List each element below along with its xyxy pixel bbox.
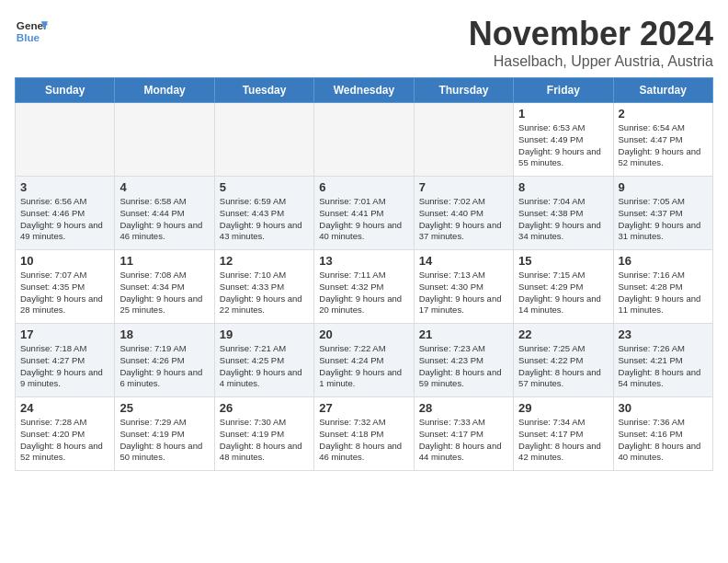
day-number: 20 <box>319 327 408 341</box>
calendar-cell: 5Sunrise: 6:59 AM Sunset: 4:43 PM Daylig… <box>214 177 313 250</box>
day-number: 26 <box>220 401 309 415</box>
calendar-week: 1Sunrise: 6:53 AM Sunset: 4:49 PM Daylig… <box>16 103 713 177</box>
calendar-cell: 14Sunrise: 7:13 AM Sunset: 4:30 PM Dayli… <box>414 250 513 324</box>
day-number: 18 <box>119 327 209 341</box>
calendar-cell <box>115 103 214 177</box>
calendar-cell <box>414 103 513 177</box>
cell-content: Sunrise: 7:08 AM Sunset: 4:34 PM Dayligh… <box>119 270 209 316</box>
cell-content: Sunrise: 7:21 AM Sunset: 4:25 PM Dayligh… <box>220 343 309 390</box>
day-number: 3 <box>20 180 109 194</box>
calendar-cell: 20Sunrise: 7:22 AM Sunset: 4:24 PM Dayli… <box>314 324 414 397</box>
calendar-cell: 22Sunrise: 7:25 AM Sunset: 4:22 PM Dayli… <box>514 324 613 397</box>
calendar-cell: 10Sunrise: 7:07 AM Sunset: 4:35 PM Dayli… <box>16 250 115 324</box>
cell-content: Sunrise: 7:25 AM Sunset: 4:22 PM Dayligh… <box>518 343 608 390</box>
day-number: 8 <box>518 180 608 194</box>
calendar-cell: 1Sunrise: 6:53 AM Sunset: 4:49 PM Daylig… <box>514 103 613 177</box>
cell-content: Sunrise: 7:07 AM Sunset: 4:35 PM Dayligh… <box>20 270 109 316</box>
cell-content: Sunrise: 7:32 AM Sunset: 4:18 PM Dayligh… <box>319 417 408 464</box>
cell-content: Sunrise: 7:19 AM Sunset: 4:26 PM Dayligh… <box>119 343 209 390</box>
cell-content: Sunrise: 7:04 AM Sunset: 4:38 PM Dayligh… <box>518 196 608 243</box>
day-number: 30 <box>619 401 708 415</box>
calendar-table: SundayMondayTuesdayWednesdayThursdayFrid… <box>15 77 713 471</box>
day-number: 17 <box>20 327 109 341</box>
weekday-header: Monday <box>115 78 214 103</box>
day-number: 29 <box>518 401 608 415</box>
day-number: 16 <box>619 254 708 268</box>
calendar-cell: 18Sunrise: 7:19 AM Sunset: 4:26 PM Dayli… <box>115 324 214 397</box>
cell-content: Sunrise: 7:28 AM Sunset: 4:20 PM Dayligh… <box>20 417 109 464</box>
weekday-header: Thursday <box>414 78 513 103</box>
location-title: Haselbach, Upper Austria, Austria <box>469 53 713 70</box>
cell-content: Sunrise: 7:16 AM Sunset: 4:28 PM Dayligh… <box>619 270 708 316</box>
day-number: 6 <box>319 180 408 194</box>
cell-content: Sunrise: 6:53 AM Sunset: 4:49 PM Dayligh… <box>518 122 608 169</box>
calendar-cell: 17Sunrise: 7:18 AM Sunset: 4:27 PM Dayli… <box>16 324 115 397</box>
title-area: November 2024 Haselbach, Upper Austria, … <box>469 15 713 70</box>
cell-content: Sunrise: 7:26 AM Sunset: 4:21 PM Dayligh… <box>619 343 708 390</box>
day-number: 2 <box>619 107 708 121</box>
cell-content: Sunrise: 7:05 AM Sunset: 4:37 PM Dayligh… <box>619 196 708 243</box>
calendar-cell: 29Sunrise: 7:34 AM Sunset: 4:17 PM Dayli… <box>514 397 613 471</box>
calendar-cell: 19Sunrise: 7:21 AM Sunset: 4:25 PM Dayli… <box>214 324 313 397</box>
cell-content: Sunrise: 6:59 AM Sunset: 4:43 PM Dayligh… <box>220 196 309 243</box>
calendar-cell: 11Sunrise: 7:08 AM Sunset: 4:34 PM Dayli… <box>115 250 214 324</box>
cell-content: Sunrise: 7:01 AM Sunset: 4:41 PM Dayligh… <box>319 196 408 243</box>
calendar-cell: 16Sunrise: 7:16 AM Sunset: 4:28 PM Dayli… <box>613 250 712 324</box>
cell-content: Sunrise: 7:29 AM Sunset: 4:19 PM Dayligh… <box>119 417 209 464</box>
cell-content: Sunrise: 7:11 AM Sunset: 4:32 PM Dayligh… <box>319 270 408 316</box>
page-header: General Blue November 2024 Haselbach, Up… <box>15 15 713 70</box>
day-number: 24 <box>20 401 109 415</box>
header-row: SundayMondayTuesdayWednesdayThursdayFrid… <box>16 78 713 103</box>
calendar-cell: 6Sunrise: 7:01 AM Sunset: 4:41 PM Daylig… <box>314 177 414 250</box>
calendar-cell: 25Sunrise: 7:29 AM Sunset: 4:19 PM Dayli… <box>115 397 214 471</box>
cell-content: Sunrise: 7:22 AM Sunset: 4:24 PM Dayligh… <box>319 343 408 390</box>
calendar-cell <box>16 103 115 177</box>
calendar-cell: 28Sunrise: 7:33 AM Sunset: 4:17 PM Dayli… <box>414 397 513 471</box>
calendar-cell: 3Sunrise: 6:56 AM Sunset: 4:46 PM Daylig… <box>16 177 115 250</box>
day-number: 19 <box>220 327 309 341</box>
day-number: 15 <box>518 254 608 268</box>
calendar-cell: 9Sunrise: 7:05 AM Sunset: 4:37 PM Daylig… <box>613 177 712 250</box>
calendar-cell: 26Sunrise: 7:30 AM Sunset: 4:19 PM Dayli… <box>214 397 313 471</box>
day-number: 11 <box>119 254 209 268</box>
logo: General Blue <box>15 15 48 48</box>
month-title: November 2024 <box>469 15 713 53</box>
cell-content: Sunrise: 6:54 AM Sunset: 4:47 PM Dayligh… <box>619 122 708 169</box>
day-number: 25 <box>119 401 209 415</box>
calendar-cell <box>214 103 313 177</box>
day-number: 23 <box>619 327 708 341</box>
cell-content: Sunrise: 7:30 AM Sunset: 4:19 PM Dayligh… <box>220 417 309 464</box>
weekday-header: Sunday <box>16 78 115 103</box>
day-number: 1 <box>518 107 608 121</box>
cell-content: Sunrise: 6:58 AM Sunset: 4:44 PM Dayligh… <box>119 196 209 243</box>
day-number: 4 <box>119 180 209 194</box>
svg-text:Blue: Blue <box>17 31 40 43</box>
calendar-cell: 30Sunrise: 7:36 AM Sunset: 4:16 PM Dayli… <box>613 397 712 471</box>
weekday-header: Saturday <box>613 78 712 103</box>
cell-content: Sunrise: 7:33 AM Sunset: 4:17 PM Dayligh… <box>419 417 508 464</box>
calendar-cell: 23Sunrise: 7:26 AM Sunset: 4:21 PM Dayli… <box>613 324 712 397</box>
calendar-cell: 2Sunrise: 6:54 AM Sunset: 4:47 PM Daylig… <box>613 103 712 177</box>
cell-content: Sunrise: 7:02 AM Sunset: 4:40 PM Dayligh… <box>419 196 508 243</box>
calendar-week: 24Sunrise: 7:28 AM Sunset: 4:20 PM Dayli… <box>16 397 713 471</box>
weekday-header: Friday <box>514 78 613 103</box>
day-number: 10 <box>20 254 109 268</box>
day-number: 7 <box>419 180 508 194</box>
cell-content: Sunrise: 7:34 AM Sunset: 4:17 PM Dayligh… <box>518 417 608 464</box>
calendar-cell: 27Sunrise: 7:32 AM Sunset: 4:18 PM Dayli… <box>314 397 414 471</box>
calendar-cell: 24Sunrise: 7:28 AM Sunset: 4:20 PM Dayli… <box>16 397 115 471</box>
calendar-cell: 8Sunrise: 7:04 AM Sunset: 4:38 PM Daylig… <box>514 177 613 250</box>
day-number: 13 <box>319 254 408 268</box>
calendar-week: 17Sunrise: 7:18 AM Sunset: 4:27 PM Dayli… <box>16 324 713 397</box>
day-number: 22 <box>518 327 608 341</box>
day-number: 12 <box>220 254 309 268</box>
cell-content: Sunrise: 7:10 AM Sunset: 4:33 PM Dayligh… <box>220 270 309 316</box>
day-number: 5 <box>220 180 309 194</box>
cell-content: Sunrise: 7:36 AM Sunset: 4:16 PM Dayligh… <box>619 417 708 464</box>
day-number: 27 <box>319 401 408 415</box>
calendar-cell: 12Sunrise: 7:10 AM Sunset: 4:33 PM Dayli… <box>214 250 313 324</box>
cell-content: Sunrise: 7:15 AM Sunset: 4:29 PM Dayligh… <box>518 270 608 316</box>
calendar-cell: 4Sunrise: 6:58 AM Sunset: 4:44 PM Daylig… <box>115 177 214 250</box>
calendar-cell: 7Sunrise: 7:02 AM Sunset: 4:40 PM Daylig… <box>414 177 513 250</box>
calendar-week: 10Sunrise: 7:07 AM Sunset: 4:35 PM Dayli… <box>16 250 713 324</box>
